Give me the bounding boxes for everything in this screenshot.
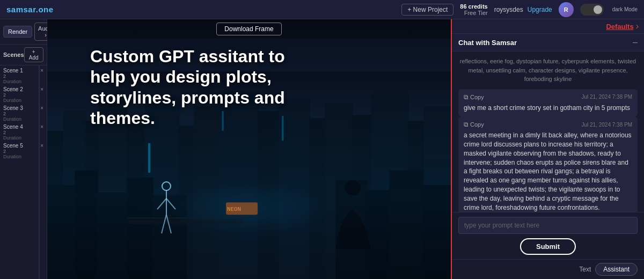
chat-input[interactable] (458, 217, 638, 234)
scene-name: Scene 1 × (3, 68, 43, 74)
scene-close-icon[interactable]: × (40, 105, 43, 111)
credits-tier: Free Tier (464, 10, 488, 16)
scene-info: Scene 3 × 2 Duration (3, 105, 43, 122)
chat-title: Chat with Samsar (458, 39, 517, 47)
copy-icon: ⧉ (464, 121, 469, 128)
main-content: Render Audio › Scenes + Add Scene 1 × 2 … (0, 19, 644, 279)
scene-info: Scene 5 × 2 Duration (3, 143, 43, 159)
upgrade-link[interactable]: Upgrade (528, 6, 552, 13)
credits-display: 86 credits Free Tier (460, 3, 487, 16)
scene-duration: 2 (3, 74, 43, 79)
credits-count: 86 credits (460, 3, 487, 10)
scene-duration-label: Duration (3, 154, 43, 159)
submit-button[interactable]: Submit (520, 238, 576, 255)
svg-line-38 (166, 199, 175, 209)
message-header: ⧉ Copy Jul 21, 2024 7:38 PM (464, 121, 632, 128)
copy-button[interactable]: ⧉ Copy (464, 121, 484, 128)
dark-mode-label: dark Mode (612, 6, 638, 12)
svg-rect-32 (127, 217, 244, 219)
svg-point-41 (345, 180, 361, 195)
scene-close-icon[interactable]: × (40, 143, 43, 149)
chat-submit-row: Submit (458, 238, 638, 255)
download-frame-button[interactable]: Download Frame (216, 23, 281, 35)
chat-input-area: Submit (452, 212, 644, 259)
scene-close-icon[interactable]: × (40, 68, 43, 74)
chat-message-1: ⧉ Copy Jul 21, 2024 7:38 PM give me a sh… (458, 89, 638, 117)
top-nav: samsar.one + New Project 86 credits Free… (0, 0, 644, 19)
scene-duration: 2 (3, 149, 43, 154)
sidebar-toolbar: Render Audio › (0, 19, 47, 45)
svg-point-35 (162, 182, 171, 190)
scene-duration-label: Duration (3, 135, 43, 141)
scene-info: Scene 1 × 2 Duration (3, 68, 43, 84)
canvas-top-bar: Download Frame (47, 19, 451, 39)
scene-info: Scene 4 × 2 Duration (3, 124, 43, 141)
hooded-figure-svg (333, 180, 373, 249)
username: roysysdes (494, 6, 523, 13)
defaults-chevron-icon[interactable]: › (636, 21, 639, 31)
bottom-tabs: Text Assistant (452, 259, 644, 279)
svg-line-40 (166, 215, 171, 233)
message-timestamp: Jul 21, 2024 7:38 PM (581, 122, 632, 128)
scenes-list: Scene 1 × 2 Duration Scene 2 × 2 Duratio… (0, 65, 47, 279)
tab-assistant-button[interactable]: Assistant (595, 263, 638, 276)
scene-name: Scene 5 × (3, 143, 43, 149)
scenes-label: Scenes (3, 52, 24, 58)
canvas-headline-area: Custom GPT assitant to help you design p… (90, 46, 294, 129)
chat-tags: reflections, eerie fog, dystopian future… (458, 57, 638, 84)
defaults-bar: Defaults › (452, 19, 644, 34)
scene-close-icon[interactable]: × (40, 86, 43, 92)
tab-text-label: Text (579, 266, 591, 273)
message-text: a secret meeting in a dimly lit back all… (464, 131, 632, 212)
scene-name: Scene 4 × (3, 124, 43, 130)
chat-body[interactable]: reflections, eerie fog, dystopian future… (452, 52, 644, 212)
defaults-label[interactable]: Defaults (606, 23, 633, 31)
scene-name: Scene 2 × (3, 86, 43, 92)
scene-name: Scene 3 × (3, 105, 43, 111)
canvas-headline: Custom GPT assitant to help you design p… (90, 46, 294, 129)
canvas-area: NEON Download Frame (47, 19, 451, 279)
sidebar: Render Audio › Scenes + Add Scene 1 × 2 … (0, 19, 47, 279)
scene-duration-label: Duration (3, 98, 43, 103)
dark-mode-toggle[interactable] (580, 4, 604, 16)
new-project-button[interactable]: + New Project (401, 4, 453, 16)
avatar[interactable]: R (559, 2, 574, 17)
chat-header: Chat with Samsar – (452, 34, 644, 52)
message-text: give me a short crime story set in gotha… (464, 104, 632, 113)
neon-figure-svg (152, 180, 181, 241)
timeline-line (39, 65, 40, 279)
app-logo: samsar.one (6, 5, 54, 14)
scene-duration: 2 (3, 92, 43, 98)
scene-duration: 2 (3, 111, 43, 116)
message-timestamp: Jul 21, 2024 7:38 PM (581, 94, 632, 100)
chat-panel: Defaults › Chat with Samsar – reflection… (451, 19, 644, 279)
add-scene-button[interactable]: + Add (24, 47, 43, 62)
nav-right: + New Project 86 credits Free Tier roysy… (401, 2, 638, 17)
svg-rect-31 (128, 219, 243, 223)
message-header: ⧉ Copy Jul 21, 2024 7:38 PM (464, 93, 632, 101)
svg-line-37 (157, 199, 166, 209)
copy-button[interactable]: ⧉ Copy (464, 93, 484, 101)
render-button[interactable]: Render (3, 26, 32, 38)
scene-duration-label: Duration (3, 79, 43, 84)
scene-duration-label: Duration (3, 116, 43, 122)
scenes-header: Scenes + Add (0, 45, 47, 65)
scene-info: Scene 2 × 2 Duration (3, 86, 43, 103)
svg-text:NEON: NEON (227, 206, 241, 211)
svg-line-39 (162, 215, 166, 233)
chat-message-2: ⧉ Copy Jul 21, 2024 7:38 PM a secret mee… (458, 116, 638, 212)
chat-minimize-button[interactable]: – (633, 38, 638, 47)
scene-duration: 2 (3, 130, 43, 135)
scene-close-icon[interactable]: × (40, 124, 43, 130)
copy-icon: ⧉ (464, 93, 469, 101)
user-info: roysysdes Upgrade (494, 6, 552, 13)
